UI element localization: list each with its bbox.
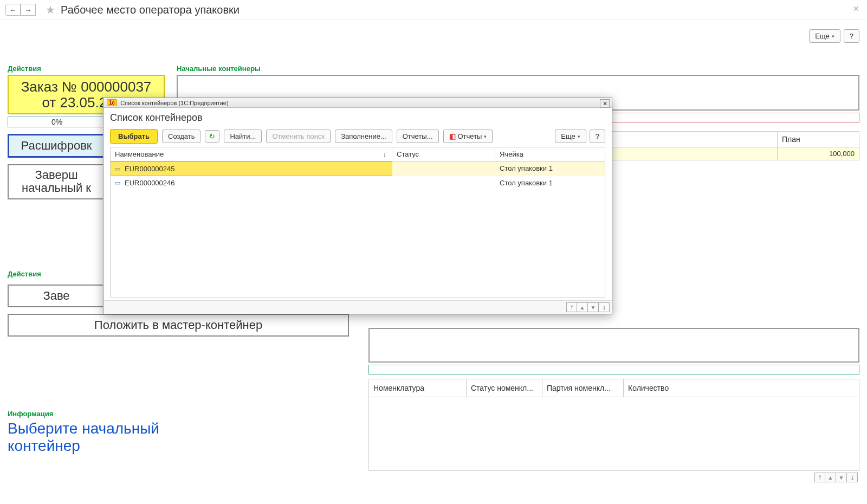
col-name-label: Наименование <box>115 150 164 158</box>
reports-button[interactable]: Отчеты... <box>397 130 439 143</box>
nav-last-icon[interactable]: ⤓ <box>847 473 858 482</box>
nav-first-icon[interactable]: ⤒ <box>814 473 825 482</box>
fill-button[interactable]: Заполнение... <box>335 130 392 143</box>
modal-heading: Список контейнеров <box>110 112 605 124</box>
nav-forward-button[interactable]: → <box>21 4 36 16</box>
nav-up-icon[interactable]: ▲ <box>825 473 836 482</box>
finish-pick-l1: Заверш <box>10 169 103 182</box>
chevron-down-icon: ▾ <box>484 134 487 139</box>
row-name: EUR000000246 <box>125 179 175 187</box>
finish-pick-l2: начальный к <box>10 182 103 195</box>
items-col-nomen[interactable]: Номенклатура <box>369 379 467 397</box>
modal-more-label: Еще <box>561 132 575 140</box>
favorite-star-icon[interactable]: ★ <box>46 3 55 16</box>
chevron-down-icon: ▾ <box>832 34 834 39</box>
more-label: Еще <box>815 32 829 40</box>
finish-pick-button[interactable]: Заверш начальный к <box>8 164 105 199</box>
decode-button[interactable]: Расшифровк <box>8 134 105 158</box>
items-col-status[interactable]: Статус номенкл... <box>467 379 542 397</box>
put-master-button[interactable]: Положить в мастер-контейнер <box>8 314 349 337</box>
page-title: Рабочее место оператора упаковки <box>61 4 240 16</box>
row-cell: Стол упаковки 1 <box>495 161 605 176</box>
items-col-qty[interactable]: Количество <box>624 379 859 397</box>
items-table: Номенклатура Статус номенкл... Партия но… <box>368 379 859 471</box>
plan-col-plan[interactable]: План <box>778 132 859 147</box>
plan-row-value: 100,000 <box>778 147 859 160</box>
list-header: Наименование ↓ Статус Ячейка <box>110 147 605 161</box>
target-input[interactable] <box>368 365 859 374</box>
items-col-batch[interactable]: Партия номенкл... <box>542 379 624 397</box>
page-close-button[interactable]: ✕ <box>853 4 859 13</box>
row-status <box>392 176 495 190</box>
initial-label: Начальные контейнеры <box>177 64 859 73</box>
record-icon: ▭ <box>115 165 120 172</box>
find-button[interactable]: Найти... <box>224 130 262 143</box>
col-cell[interactable]: Ячейка <box>495 147 605 161</box>
nav-up-icon[interactable]: ▲ <box>577 302 588 312</box>
nav-back-button[interactable]: ← <box>5 4 21 16</box>
col-status[interactable]: Статус <box>392 147 495 161</box>
modal-close-button[interactable]: ✕ <box>600 99 610 108</box>
finish-button[interactable]: Заве <box>8 285 105 307</box>
app-badge-icon: 1c <box>107 99 117 106</box>
create-button[interactable]: Создать <box>162 130 200 143</box>
refresh-icon: ↻ <box>209 132 215 140</box>
arrow-right-icon: → <box>25 6 32 14</box>
arrow-left-icon: ← <box>10 6 17 14</box>
actions-label: Действия <box>8 64 165 73</box>
progress-bar: 0% <box>8 117 106 127</box>
list-body[interactable]: ▭EUR000000245 Стол упаковки 1 ▭EUR000000… <box>110 161 605 298</box>
nav-down-icon[interactable]: ▼ <box>588 302 599 312</box>
col-name[interactable]: Наименование ↓ <box>111 147 392 161</box>
list-row[interactable]: ▭EUR000000246 Стол упаковки 1 <box>111 176 605 190</box>
modal-help-button[interactable]: ? <box>590 130 605 143</box>
select-button[interactable]: Выбрать <box>110 129 158 144</box>
sort-arrow-icon: ↓ <box>383 150 387 158</box>
help-button[interactable]: ? <box>844 29 859 43</box>
reports-icon: ◧ <box>449 132 456 140</box>
table-nav-arrows: ⤒ ▲ ▼ ⤓ <box>814 473 858 482</box>
chevron-down-icon: ▾ <box>578 134 580 139</box>
list-row[interactable]: ▭EUR000000245 Стол упаковки 1 <box>111 161 605 176</box>
info-text: Выберите начальный контейнер <box>8 420 165 455</box>
reports-dropdown[interactable]: ◧ Отчеты ▾ <box>443 130 493 143</box>
container-list-dialog: 1c Список контейнеров (1С:Предприятие) ✕… <box>103 98 612 314</box>
info-label: Информация <box>8 410 165 418</box>
nav-last-icon[interactable]: ⤓ <box>599 302 610 312</box>
row-status <box>392 161 495 176</box>
refresh-button[interactable]: ↻ <box>205 130 219 143</box>
row-cell: Стол упаковки 1 <box>495 176 605 190</box>
record-icon: ▭ <box>115 179 120 186</box>
nav-first-icon[interactable]: ⤒ <box>566 302 577 312</box>
order-number: Заказ № 000000037 <box>11 79 161 95</box>
cancel-find-button: Отменить поиск <box>266 130 331 143</box>
target-containers-box[interactable] <box>368 328 859 363</box>
reports-dropdown-label: Отчеты <box>458 132 482 140</box>
modal-titlebar-text: Список контейнеров (1С:Предприятие) <box>120 100 229 106</box>
row-name: EUR000000245 <box>125 165 175 173</box>
nav-down-icon[interactable]: ▼ <box>836 473 847 482</box>
more-button[interactable]: Еще ▾ <box>809 29 840 43</box>
modal-titlebar[interactable]: 1c Список контейнеров (1С:Предприятие) ✕ <box>103 98 612 108</box>
modal-more-button[interactable]: Еще ▾ <box>555 130 586 143</box>
